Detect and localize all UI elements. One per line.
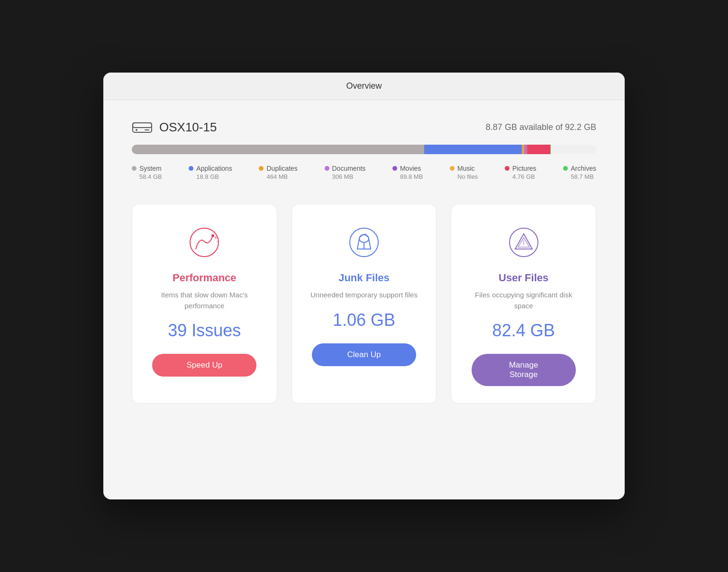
- card-desc-junk: Unneeded temporary support files: [310, 290, 418, 301]
- card-desc-performance: Items that slow down Mac's performance: [146, 290, 263, 311]
- legend-label-row: Archives: [563, 165, 596, 172]
- card-desc-user-files: Files occupying significant disk space: [465, 290, 582, 311]
- card-btn-junk[interactable]: Clean Up: [312, 343, 416, 366]
- legend-item-duplicates: Duplicates 464 MB: [259, 165, 297, 180]
- svg-point-4: [190, 228, 218, 257]
- card-title-user-files: User Files: [499, 272, 548, 284]
- window-title: Overview: [113, 81, 615, 91]
- legend-name: Pictures: [512, 165, 537, 172]
- legend-size: 4.76 GB: [505, 173, 535, 180]
- legend-dot: [259, 166, 264, 171]
- legend-size: 306 MB: [325, 173, 354, 180]
- svg-point-7: [217, 240, 218, 242]
- svg-rect-1: [133, 123, 152, 128]
- bar-segment-free: [551, 145, 596, 154]
- legend-item-archives: Archives 58.7 MB: [563, 165, 596, 180]
- svg-point-3: [136, 129, 137, 131]
- disk-label: OSX10-15: [159, 120, 217, 135]
- legend-name: Music: [457, 165, 475, 172]
- main-window: Overview OSX10-15 8.87 GB available of 9…: [103, 73, 625, 499]
- disk-name-area: OSX10-15: [132, 119, 217, 135]
- legend-item-movies: Movies 89.8 MB: [392, 165, 423, 180]
- legend-name: Documents: [332, 165, 366, 172]
- legend-name: Applications: [196, 165, 232, 172]
- legend-label-row: Music: [450, 165, 475, 172]
- storage-bar: [132, 145, 596, 154]
- svg-line-10: [357, 239, 359, 249]
- card-performance: Performance Items that slow down Mac's p…: [132, 204, 277, 404]
- cards-grid: Performance Items that slow down Mac's p…: [132, 204, 596, 404]
- legend-dot: [392, 166, 397, 171]
- card-title-junk: Junk Files: [338, 272, 390, 284]
- legend-size: 58.7 MB: [563, 173, 593, 180]
- legend-label-row: Pictures: [505, 165, 537, 172]
- legend-label-row: System: [132, 165, 162, 172]
- legend-name: Archives: [571, 165, 596, 172]
- bar-segment-system: [132, 145, 424, 154]
- card-value-performance: 39 Issues: [168, 321, 241, 341]
- content-area: OSX10-15 8.87 GB available of 92.2 GB Sy…: [103, 100, 625, 499]
- performance-icon: [185, 223, 223, 261]
- disk-header: OSX10-15 8.87 GB available of 92.2 GB: [132, 119, 596, 135]
- svg-point-6: [215, 237, 217, 239]
- legend-name: Movies: [400, 165, 421, 172]
- harddrive-icon: [132, 119, 153, 135]
- legend-size: No files: [450, 173, 478, 180]
- title-bar: Overview: [103, 73, 625, 100]
- legend-dot: [563, 166, 568, 171]
- legend-name: System: [139, 165, 162, 172]
- card-value-junk: 1.06 GB: [333, 310, 395, 330]
- card-junk: Junk Files Unneeded temporary support fi…: [291, 204, 437, 404]
- bar-segment-applications: [424, 145, 522, 154]
- legend-label-row: Movies: [392, 165, 421, 172]
- card-user-files: User Files Files occupying significant d…: [451, 204, 596, 404]
- legend-item-system: System 58.4 GB: [132, 165, 162, 180]
- legend-size: 58.4 GB: [132, 173, 162, 180]
- legend-size: 464 MB: [259, 173, 288, 180]
- legend-dot: [450, 166, 455, 171]
- card-btn-performance[interactable]: Speed Up: [152, 354, 256, 377]
- svg-line-11: [369, 239, 371, 249]
- legend-size: 18.8 GB: [189, 173, 219, 180]
- legend-label-row: Applications: [189, 165, 232, 172]
- junk-icon: [345, 223, 383, 261]
- legend-name: Duplicates: [266, 165, 297, 172]
- legend-dot: [132, 166, 136, 171]
- card-value-user-files: 82.4 GB: [492, 321, 555, 341]
- legend-item-documents: Documents 306 MB: [325, 165, 366, 180]
- legend-dot: [325, 166, 329, 171]
- disk-space: 8.87 GB available of 92.2 GB: [486, 122, 596, 132]
- legend-label-row: Documents: [325, 165, 366, 172]
- legend-item-pictures: Pictures 4.76 GB: [505, 165, 537, 180]
- legend-dot: [505, 166, 510, 171]
- legend-item-applications: Applications 18.8 GB: [189, 165, 232, 180]
- legend: System 58.4 GB Applications 18.8 GB Dupl…: [132, 165, 596, 180]
- svg-point-5: [211, 234, 214, 237]
- legend-size: 89.8 MB: [392, 173, 423, 180]
- legend-dot: [189, 166, 193, 171]
- card-btn-user-files[interactable]: Manage Storage: [472, 354, 576, 386]
- card-title-performance: Performance: [173, 272, 237, 284]
- legend-item-music: Music No files: [450, 165, 478, 180]
- user-files-icon: [505, 223, 543, 261]
- bar-segment-pictures: [527, 145, 550, 154]
- legend-label-row: Duplicates: [259, 165, 297, 172]
